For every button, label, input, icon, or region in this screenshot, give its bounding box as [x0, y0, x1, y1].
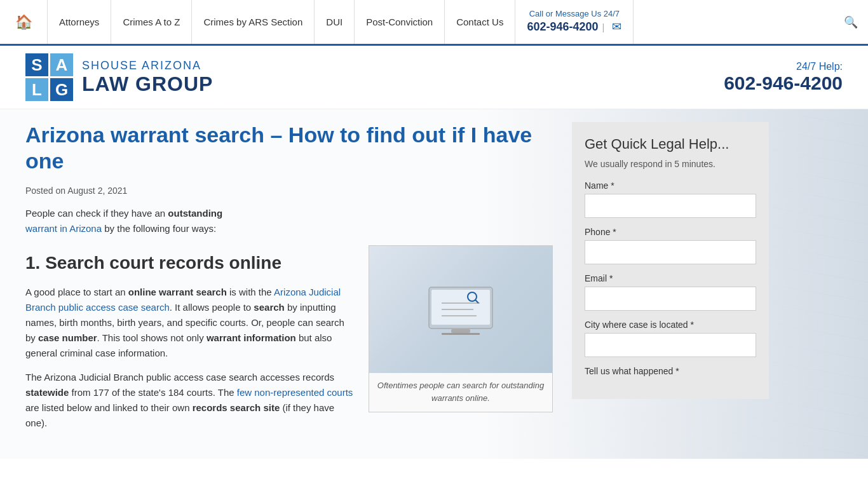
svg-rect-1: [431, 290, 490, 325]
nav-crimes-ars[interactable]: Crimes by ARS Section: [192, 0, 315, 44]
search-icon: 🔍: [844, 15, 858, 29]
main-nav: 🏠 Attorneys Crimes A to Z Crimes by ARS …: [0, 0, 868, 46]
article-image: Oftentimes people can search for outstan…: [369, 245, 553, 413]
online-search-bold: online warrant search: [128, 287, 227, 297]
logo[interactable]: S A L G SHOUSE ARIZONA LAW GROUP: [25, 53, 213, 101]
email-label: Email *: [585, 273, 756, 283]
envelope-icon[interactable]: [608, 20, 621, 34]
nav-phone-number: 602-946-4200: [527, 20, 598, 34]
nav-attorneys-label: Attorneys: [59, 17, 99, 27]
statewide-bold: statewide: [25, 387, 69, 398]
case-number-bold: case number: [38, 332, 97, 343]
svg-rect-3: [442, 333, 480, 335]
tell-us-group: Tell us what happened *: [585, 366, 756, 376]
logo-a: A: [50, 53, 73, 76]
name-label: Name *: [585, 180, 756, 191]
article-body: People can check if they have an outstan…: [25, 206, 553, 431]
logo-s: S: [25, 53, 48, 76]
header-help-label: 24/7 Help:: [724, 61, 843, 72]
outstanding-bold: outstanding: [168, 208, 222, 219]
respond-text: We usually respond in 5 minutes.: [585, 159, 756, 169]
name-input[interactable]: [585, 194, 756, 218]
site-header: S A L G SHOUSE ARIZONA LAW GROUP 24/7 He…: [0, 46, 868, 109]
warrant-info-bold: warrant information: [207, 332, 296, 343]
image-area: [369, 246, 552, 373]
non-represented-link[interactable]: few non-represented courts: [237, 387, 353, 398]
nav-dui-label: DUI: [326, 17, 342, 27]
logo-g: G: [50, 78, 73, 101]
nav-crimes-az[interactable]: Crimes A to Z: [111, 0, 192, 44]
sidebar-box: Get Quick Legal Help... We usually respo…: [572, 122, 769, 399]
phone-input[interactable]: [585, 240, 756, 264]
city-group: City where case is located *: [585, 320, 756, 357]
nav-crimes-az-label: Crimes A to Z: [123, 17, 180, 27]
nav-call-label: Call or Message Us 24/7: [529, 9, 620, 20]
nav-contact-label: Contact Us: [456, 17, 503, 27]
nav-attorneys[interactable]: Attorneys: [48, 0, 111, 44]
records-search-bold: records search site: [193, 402, 280, 413]
warrant-link[interactable]: warrant in Arizona: [25, 223, 102, 234]
intro-paragraph: People can check if they have an outstan…: [25, 206, 553, 236]
search-bold: search: [254, 302, 284, 313]
nav-contact[interactable]: Contact Us: [445, 0, 515, 44]
header-phone-block[interactable]: 24/7 Help: 602-946-4200: [724, 61, 843, 94]
logo-text: SHOUSE ARIZONA LAW GROUP: [82, 59, 213, 96]
city-label: City where case is located *: [585, 320, 756, 330]
computer-illustration: [423, 281, 499, 338]
phone-label: Phone *: [585, 227, 756, 237]
sidebar-title: Get Quick Legal Help...: [585, 136, 756, 152]
nav-post-conviction[interactable]: Post-Conviction: [355, 0, 445, 44]
nav-dui[interactable]: DUI: [315, 0, 355, 44]
tell-us-label: Tell us what happened *: [585, 366, 756, 376]
sidebar: Get Quick Legal Help... We usually respo…: [572, 122, 769, 440]
nav-phone-block[interactable]: Call or Message Us 24/7 602-946-4200 |: [515, 0, 634, 44]
phone-group: Phone *: [585, 227, 756, 264]
svg-rect-2: [451, 329, 470, 333]
nav-post-conviction-label: Post-Conviction: [366, 17, 433, 27]
email-input[interactable]: [585, 287, 756, 311]
home-icon: 🏠: [15, 14, 32, 30]
hero-wrapper: Arizona warrant search – How to find out…: [0, 109, 868, 459]
nav-home[interactable]: 🏠: [0, 0, 48, 44]
header-phone-number: 602-946-4200: [724, 72, 843, 94]
email-group: Email *: [585, 273, 756, 311]
logo-top-text: SHOUSE ARIZONA: [82, 59, 213, 72]
name-group: Name *: [585, 180, 756, 218]
article-column: Arizona warrant search – How to find out…: [25, 122, 553, 440]
posted-date: Posted on August 2, 2021: [25, 186, 553, 196]
logo-bottom-text: LAW GROUP: [82, 72, 213, 96]
main-content: Arizona warrant search – How to find out…: [0, 109, 868, 459]
logo-l: L: [25, 78, 48, 101]
image-caption: Oftentimes people can search for outstan…: [369, 373, 552, 412]
city-input[interactable]: [585, 333, 756, 357]
nav-search-button[interactable]: 🔍: [833, 0, 868, 44]
nav-divider: |: [602, 21, 605, 34]
logo-grid: S A L G: [25, 53, 73, 101]
article-title: Arizona warrant search – How to find out…: [25, 122, 553, 174]
nav-crimes-ars-label: Crimes by ARS Section: [203, 17, 302, 27]
